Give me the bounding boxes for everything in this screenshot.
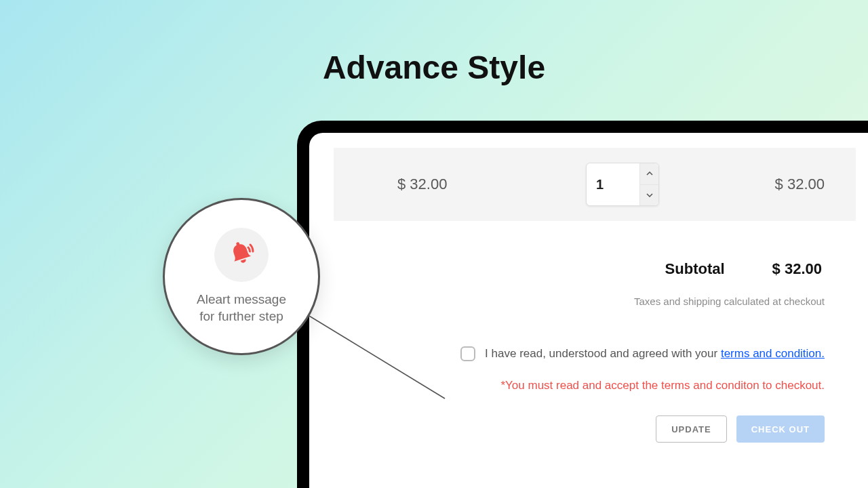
terms-checkbox[interactable] <box>460 346 475 361</box>
line-total: $ 32.00 <box>697 176 831 193</box>
tax-note: Taxes and shipping calculated at checkou… <box>334 296 856 307</box>
action-buttons: UPDATE CHECK OUT <box>334 415 856 443</box>
terms-text-prefix: I have read, understood and agreed with … <box>485 347 721 360</box>
terms-link[interactable]: terms and condition. <box>721 347 825 360</box>
callout-line2: for further step <box>199 309 283 323</box>
screen: $ 32.00 1 $ 32.00 Subtotal <box>309 133 868 488</box>
subtotal-label: Subtotal <box>665 260 725 278</box>
terms-row: I have read, understood and agreed with … <box>334 346 856 361</box>
chevron-down-icon <box>646 193 653 197</box>
callout-text: Aleart message for further step <box>197 291 286 325</box>
bell-icon <box>225 239 258 271</box>
terms-warning: *You must read and accept the terms and … <box>334 379 856 392</box>
device-frame: $ 32.00 1 $ 32.00 Subtotal <box>297 121 868 488</box>
checkout-button[interactable]: CHECK OUT <box>736 415 825 443</box>
unit-price: $ 32.00 <box>358 176 548 193</box>
bell-icon-wrap <box>214 228 269 282</box>
quantity-value: 1 <box>587 163 639 205</box>
cart-row: $ 32.00 1 $ 32.00 <box>334 148 856 221</box>
terms-text: I have read, understood and agreed with … <box>485 347 825 361</box>
subtotal-value: $ 32.00 <box>772 260 822 278</box>
quantity-up-button[interactable] <box>639 163 658 185</box>
update-button[interactable]: UPDATE <box>656 415 726 443</box>
quantity-down-button[interactable] <box>639 185 658 206</box>
callout-line1: Aleart message <box>197 292 286 306</box>
callout-bubble: Aleart message for further step <box>163 198 320 355</box>
chevron-up-icon <box>646 171 653 176</box>
quantity-stepper[interactable]: 1 <box>586 163 659 206</box>
page-title: Advance Style <box>0 49 868 86</box>
subtotal-row: Subtotal $ 32.00 <box>334 260 856 278</box>
